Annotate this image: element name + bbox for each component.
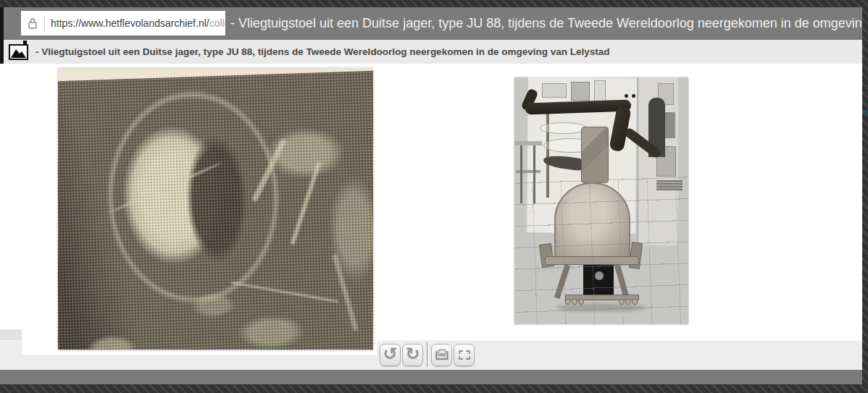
pedestal-hole xyxy=(595,271,604,280)
seat-frame-bar xyxy=(545,256,639,265)
wall-knob xyxy=(632,94,635,98)
rotate-counterclockwise-button[interactable]: ↺ xyxy=(380,344,401,366)
address-divider xyxy=(44,14,45,32)
select-area-icon xyxy=(459,350,470,360)
fit-image-icon xyxy=(435,348,449,361)
seat-leg xyxy=(554,264,570,299)
caption-text: - Vliegtuigstoel uit een Duitse jager, t… xyxy=(36,46,609,57)
rotate-ccw-icon: ↺ xyxy=(383,345,397,363)
wall-picture xyxy=(542,83,567,98)
rotate-clockwise-button[interactable]: ↻ xyxy=(402,344,423,366)
seat-roller xyxy=(625,299,631,305)
rotate-cw-icon: ↻ xyxy=(405,345,420,363)
app-window: https://www.hetflevolandsarchief.nl/coll… xyxy=(0,0,868,393)
seat-roller xyxy=(619,299,625,305)
seat-pedestal xyxy=(583,260,614,296)
seat-foot-bar xyxy=(565,295,639,300)
select-area-button[interactable] xyxy=(454,344,475,366)
aircraft-seat-back xyxy=(554,182,630,262)
table-leg xyxy=(520,145,522,203)
page-title: - Vliegtuigstoel uit een Duitse jager, t… xyxy=(230,7,862,40)
toolbar-separator xyxy=(427,342,427,367)
seat-shadow xyxy=(556,303,646,312)
lock-icon xyxy=(28,17,38,29)
seat-roller xyxy=(572,299,577,305)
bottom-status-bar xyxy=(0,370,862,384)
seat-roller xyxy=(632,299,638,305)
halftone-image-area xyxy=(58,70,373,350)
wall-knob xyxy=(625,94,628,98)
museum-photo[interactable] xyxy=(514,77,688,324)
display-table xyxy=(514,141,542,145)
seat-leg xyxy=(614,263,629,299)
seat-arm xyxy=(629,242,643,269)
fit-image-button[interactable] xyxy=(431,344,452,366)
caption-bar: - Vliegtuigstoel uit een Duitse jager, t… xyxy=(4,40,862,64)
seat-roller xyxy=(578,299,584,305)
wall-picture xyxy=(594,80,606,102)
seat-roller xyxy=(565,299,571,305)
left-photo-page xyxy=(22,64,377,355)
seat-arm xyxy=(539,243,554,268)
grass-highlight xyxy=(290,161,321,245)
url-text: https://www.hetflevolandsarchief.nl/coll… xyxy=(51,17,225,29)
address-bar[interactable]: https://www.hetflevolandsarchief.nl/coll… xyxy=(21,11,225,35)
image-icon-dot xyxy=(23,41,27,44)
grass-highlight xyxy=(251,138,287,203)
grass-highlight xyxy=(332,253,359,331)
seat-headrest-mount xyxy=(581,127,609,183)
image-icon xyxy=(9,44,28,60)
browser-title-bar: https://www.hetflevolandsarchief.nl/coll… xyxy=(4,7,862,40)
floor-grate xyxy=(656,180,683,190)
wall-picture xyxy=(571,82,590,101)
ship-drawing xyxy=(540,122,587,134)
scroll-accent-mark xyxy=(862,110,868,114)
viewer-toolbar: ↺ ↻ xyxy=(380,342,476,367)
halftone-newspaper-photo[interactable] xyxy=(58,67,373,350)
table-leg xyxy=(533,145,535,203)
grass-highlight xyxy=(231,282,338,303)
viewer-corner xyxy=(0,329,22,341)
branch-highlight xyxy=(109,161,222,214)
